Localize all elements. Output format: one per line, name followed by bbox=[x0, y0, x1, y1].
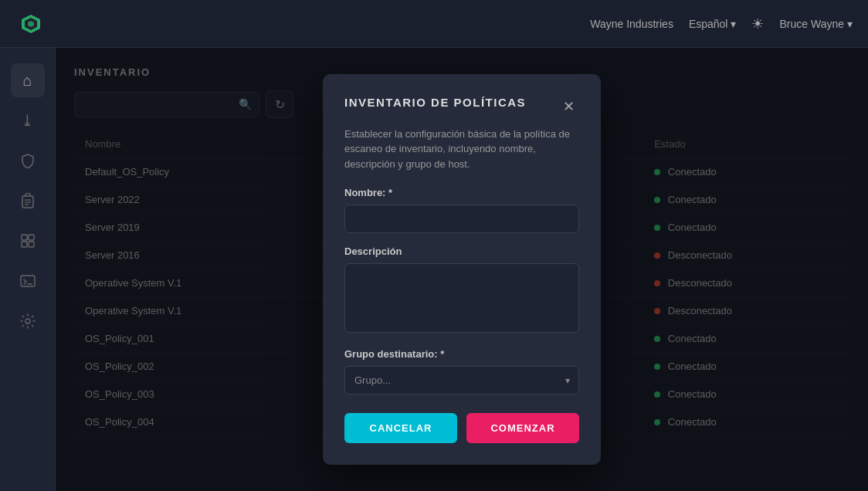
svg-rect-9 bbox=[22, 242, 27, 247]
navbar-right: Wayne Industries Español ▾ ☀ Bruce Wayne… bbox=[590, 15, 853, 32]
sidebar-item-settings[interactable] bbox=[11, 304, 45, 338]
modal-actions: CANCELAR COMENZAR bbox=[344, 413, 579, 443]
modal-overlay: INVENTARIO DE POLÍTICAS ✕ Establecer la … bbox=[56, 48, 868, 491]
svg-rect-7 bbox=[22, 235, 27, 240]
modal-description: Establecer la configuración básica de la… bbox=[344, 127, 579, 172]
sidebar-item-dashboard[interactable] bbox=[11, 224, 45, 258]
lang-chevron-icon: ▾ bbox=[731, 18, 736, 30]
svg-rect-8 bbox=[29, 235, 34, 240]
modal-title: INVENTARIO DE POLÍTICAS bbox=[344, 96, 558, 109]
close-button[interactable]: ✕ bbox=[558, 96, 579, 117]
modal-header: INVENTARIO DE POLÍTICAS ✕ bbox=[344, 96, 579, 117]
language-selector[interactable]: Español ▾ bbox=[689, 18, 737, 30]
group-select[interactable]: Grupo... bbox=[344, 366, 579, 394]
sidebar-item-clipboard[interactable] bbox=[11, 184, 45, 218]
user-chevron-icon: ▾ bbox=[847, 18, 853, 30]
logo bbox=[15, 8, 46, 39]
theme-toggle[interactable]: ☀ bbox=[751, 15, 764, 32]
user-menu[interactable]: Bruce Wayne ▾ bbox=[779, 18, 853, 30]
sidebar-item-download[interactable]: ⤓ bbox=[11, 103, 45, 137]
svg-rect-11 bbox=[21, 276, 35, 286]
description-label: Descripción bbox=[344, 246, 579, 257]
navbar: Wayne Industries Español ▾ ☀ Bruce Wayne… bbox=[0, 0, 868, 48]
svg-point-13 bbox=[25, 319, 30, 323]
content-area: INVENTARIO 🔍 ↻ Nombre Última revisión Ho… bbox=[56, 48, 868, 491]
start-button[interactable]: COMENZAR bbox=[466, 413, 579, 443]
sidebar-item-terminal[interactable] bbox=[11, 264, 45, 298]
sidebar-item-shield[interactable] bbox=[11, 144, 45, 178]
svg-rect-10 bbox=[29, 242, 34, 247]
group-select-wrapper: Grupo... ▾ bbox=[344, 366, 579, 394]
name-input[interactable] bbox=[344, 205, 579, 233]
name-label: Nombre: * bbox=[344, 187, 579, 198]
modal: INVENTARIO DE POLÍTICAS ✕ Establecer la … bbox=[323, 74, 601, 466]
cancel-button[interactable]: CANCELAR bbox=[344, 413, 457, 443]
main-layout: ⌂ ⤓ bbox=[0, 48, 868, 491]
sidebar-item-home[interactable]: ⌂ bbox=[11, 63, 45, 97]
company-name: Wayne Industries bbox=[590, 18, 673, 30]
sidebar: ⌂ ⤓ bbox=[0, 48, 56, 491]
description-input[interactable] bbox=[344, 263, 579, 333]
group-label: Grupo destinatario: * bbox=[344, 348, 579, 360]
